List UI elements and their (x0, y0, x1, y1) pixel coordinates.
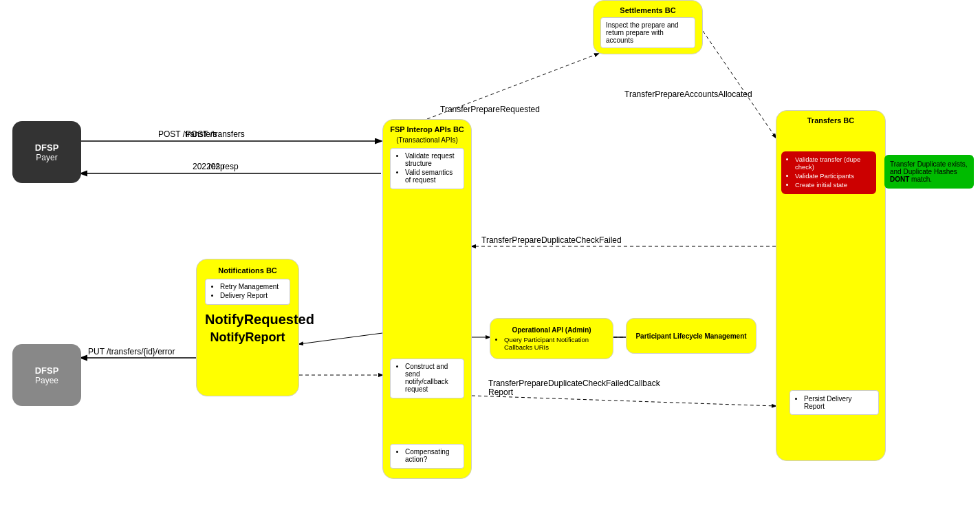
participant-title: Participant Lifecycle Management (635, 332, 746, 340)
diagram-container: POST /transfers POST /transfers 202 resp… (0, 0, 980, 512)
dfsp-payer-role-label: Payer (36, 153, 57, 162)
fsp-interop-box: FSP Interop APIs BC (Transactional APIs)… (382, 119, 472, 479)
dfsp-payee-dfsp-label: DFSP (35, 365, 59, 376)
fsp-validate-box: Validate request structure Valid semanti… (390, 148, 464, 189)
settlements-desc: Inspect the prepare and return prepare w… (600, 17, 695, 48)
validate-item-3: Create initial state (795, 181, 871, 189)
persist-item: Persist Delivery Report (804, 395, 873, 410)
operational-item-1: Query Participant Notification Callbacks… (504, 336, 607, 351)
validate-item-2: Validate Participants (795, 172, 871, 180)
notifications-big-title: NotifyRequested (205, 312, 290, 328)
dfsp-payee-box: DFSP Payee (12, 344, 81, 406)
transfers-title: Transfers BC (783, 116, 878, 125)
svg-line-3 (703, 31, 776, 138)
dfsp-payer-box: DFSP Payer (12, 121, 81, 183)
notifications-item-1: Retry Management (220, 283, 285, 290)
settlements-bc-box: Settlements BC Inspect the prepare and r… (593, 0, 703, 54)
svg-line-11 (472, 396, 776, 406)
resp-202-label2: 202 resp (206, 162, 239, 171)
fsp-interop-title: FSP Interop APIs BC (390, 125, 464, 134)
notifications-big-subtitle: NotifyReport (205, 330, 290, 345)
fsp-compensate-box: Compensating action? (390, 444, 464, 469)
persist-delivery-box: Persist Delivery Report (790, 390, 879, 415)
fsp-construct-box: Construct and send notify/callback reque… (390, 359, 464, 398)
green-duplicate-box: Transfer Duplicate exists, and Duplicate… (884, 155, 974, 189)
green-duplicate-text: Transfer Duplicate exists, and Duplicate… (890, 160, 967, 183)
notifications-title: Notifications BC (205, 266, 290, 275)
validate-item-1: Validate transfer (dupe check) (795, 156, 871, 171)
operational-api-box: Operational API (Admin) Query Participan… (490, 318, 613, 359)
fsp-item-1: Validate request structure (405, 152, 459, 167)
put-transfers-error-label: PUT /transfers/{id}/error (88, 347, 175, 356)
notifications-bc-box: Notifications BC Retry Management Delive… (196, 259, 299, 396)
fsp-interop-subtitle: (Transactional APIs) (390, 136, 464, 144)
svg-line-8 (299, 333, 382, 344)
transfer-prepare-accounts-label: TransferPrepareAccountsAllocated (624, 89, 752, 99)
transfer-dup-callback-label: TransferPrepareDuplicateCheckFailedCallb… (488, 378, 660, 388)
dfsp-payee-role-label: Payee (35, 376, 58, 385)
transfer-dup-check-failed-label: TransferPrepareDuplicateCheckFailed (481, 235, 622, 245)
dfsp-payer-dfsp-label: DFSP (35, 142, 59, 153)
post-transfers-label2: POST /transfers (186, 129, 245, 139)
notifications-inner-box: Retry Management Delivery Report (205, 279, 290, 305)
operational-title: Operational API (Admin) (512, 326, 591, 334)
fsp-item-compensate: Compensating action? (405, 448, 459, 463)
fsp-item-2: Valid semantics of request (405, 169, 459, 184)
transfers-validate-box: Validate transfer (dupe check) Validate … (781, 151, 876, 194)
settlements-title: Settlements BC (600, 6, 695, 14)
notifications-item-2: Delivery Report (220, 292, 285, 299)
fsp-item-construct: Construct and send notify/callback reque… (405, 363, 459, 393)
transfer-dup-callback-label2: Report (488, 387, 513, 397)
transfer-prepare-requested-label: TransferPrepareRequested (440, 105, 540, 114)
participant-lifecycle-box: Participant Lifecycle Management (626, 318, 756, 354)
